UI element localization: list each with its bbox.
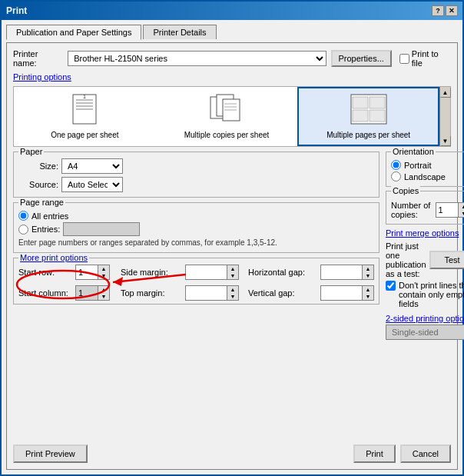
top-margin-spinner: 0.339cm ▲ ▼ [185, 285, 239, 301]
landscape-radio[interactable] [391, 171, 401, 181]
portrait-radio[interactable] [391, 160, 401, 170]
bottom-buttons-row: Print Preview Print Cancel [13, 441, 451, 463]
tab-printer-details[interactable]: Printer Details [143, 25, 216, 39]
size-row: Size: A4 [18, 158, 374, 174]
h-gap-down[interactable]: ▼ [363, 272, 373, 279]
start-row-up[interactable]: ▲ [98, 265, 109, 272]
num-copies-input[interactable] [436, 202, 459, 218]
h-gap-input[interactable]: 0.499cm [320, 265, 363, 280]
v-gap-label: Vertical gap: [248, 288, 317, 298]
portrait-label: Portrait [404, 161, 431, 170]
entries-row: Entries: [18, 222, 374, 236]
size-select[interactable]: A4 [61, 158, 123, 174]
title-bar-buttons: ? ✕ [432, 5, 458, 16]
multiple-copies-icon [207, 93, 246, 128]
one-page-icon: 1 [65, 93, 104, 128]
v-gap-down[interactable]: ▼ [363, 293, 373, 300]
print-icons-container: 1 One page per sheet Multiple copies per [13, 86, 451, 147]
top-margin-label: Top margin: [121, 288, 182, 298]
start-col-spinner: ▲ ▼ [75, 285, 110, 301]
v-gap-input[interactable]: 0.339cm [320, 285, 363, 301]
source-label: Source: [18, 180, 58, 189]
start-col-spinbtns: ▲ ▼ [98, 285, 110, 301]
svg-rect-16 [370, 110, 385, 121]
close-button[interactable]: ✕ [446, 5, 458, 16]
copies-label: Copies [391, 186, 420, 195]
start-row-down[interactable]: ▼ [98, 272, 109, 279]
printer-name-select[interactable]: Brother HL-2150N series [68, 51, 326, 66]
test-button[interactable]: Test [429, 251, 464, 269]
copies-up[interactable]: ▲ [459, 203, 464, 210]
scroll-up-arrow[interactable]: ▲ [440, 87, 451, 98]
two-sided-select[interactable]: Single-sided [386, 325, 464, 340]
all-entries-radio[interactable] [18, 211, 28, 221]
svg-rect-14 [370, 97, 385, 108]
two-sided-section: 2-sided printing options Single-sided [386, 314, 464, 340]
two-sided-label[interactable]: 2-sided printing options [386, 314, 464, 323]
portrait-row: Portrait [391, 160, 464, 170]
h-gap-spinbtns: ▲ ▼ [363, 265, 374, 280]
start-row-row: Start row: ▲ ▼ Side margin: 0.499cm [18, 265, 374, 280]
multiple-copies-option[interactable]: Multiple copies per sheet [156, 87, 298, 146]
side-margin-up[interactable]: ▲ [227, 265, 238, 272]
tab-content: Printer name: Brother HL-2150N series Pr… [6, 42, 458, 470]
paper-section: Paper Size: A4 Source: Auto Select [13, 151, 379, 198]
top-margin-up[interactable]: ▲ [227, 286, 238, 293]
icons-scrollbar[interactable]: ▲ ▼ [439, 87, 450, 146]
start-row-input[interactable] [75, 265, 98, 280]
print-to-file-checkbox[interactable] [399, 54, 409, 64]
v-gap-up[interactable]: ▲ [363, 286, 373, 293]
main-content: Paper Size: A4 Source: Auto Select [13, 151, 451, 437]
help-button[interactable]: ? [432, 5, 444, 16]
just-one-row: Print just one publication as a test: Te… [386, 241, 464, 278]
copies-row: Number of copies: ▲ ▼ [391, 201, 464, 219]
scroll-down-arrow[interactable]: ▼ [440, 135, 451, 146]
side-margin-input[interactable]: 0.499cm [185, 265, 227, 280]
multiple-pages-option[interactable]: Multiple pages per sheet [297, 87, 439, 146]
one-page-option[interactable]: 1 One page per sheet [14, 87, 156, 146]
print-merge-section: Print merge options Print just one publi… [386, 228, 464, 308]
just-one-label: Print just one publication as a test: [386, 241, 426, 278]
printing-options-label[interactable]: Printing options [13, 72, 71, 82]
page-range-section: Page range All entries Entries: Enter pa… [13, 202, 379, 253]
start-row-spinner: ▲ ▼ [75, 265, 110, 280]
more-print-label[interactable]: More print options [18, 253, 89, 262]
page-range-label: Page range [18, 198, 65, 207]
landscape-label: Landscape [404, 172, 446, 181]
h-gap-up[interactable]: ▲ [363, 265, 373, 272]
num-copies-spinbtns: ▲ ▼ [459, 202, 464, 218]
help-text: Enter page numbers or ranges separated b… [18, 238, 374, 248]
start-col-input[interactable] [75, 285, 98, 301]
printer-name-label: Printer name: [13, 49, 63, 68]
dont-print-checkbox[interactable] [386, 281, 396, 291]
top-margin-input[interactable]: 0.339cm [185, 285, 227, 301]
entries-radio[interactable] [18, 225, 28, 235]
entries-input[interactable] [63, 222, 140, 236]
multiple-pages-label: Multiple pages per sheet [326, 131, 410, 140]
v-gap-spinbtns: ▲ ▼ [363, 285, 374, 301]
side-margin-down[interactable]: ▼ [227, 272, 238, 279]
top-margin-down[interactable]: ▼ [227, 293, 238, 300]
cancel-button[interactable]: Cancel [400, 444, 451, 463]
tab-publication[interactable]: Publication and Paper Settings [6, 25, 141, 40]
print-merge-label[interactable]: Print merge options [386, 228, 464, 238]
printer-name-row: Printer name: Brother HL-2150N series Pr… [13, 49, 451, 68]
start-col-down[interactable]: ▼ [98, 293, 109, 300]
all-entries-row: All entries [18, 211, 374, 221]
num-copies-label: Number of copies: [391, 201, 433, 219]
properties-button[interactable]: Properties... [331, 50, 392, 67]
start-col-up[interactable]: ▲ [98, 286, 109, 293]
tab-bar: Publication and Paper Settings Printer D… [6, 25, 458, 39]
multiple-pages-icon [350, 93, 388, 128]
source-row: Source: Auto Select [18, 177, 374, 192]
print-dialog: Print ? ✕ Publication and Paper Settings… [0, 0, 464, 476]
source-select[interactable]: Auto Select [61, 177, 123, 192]
copies-down[interactable]: ▼ [459, 210, 464, 217]
entries-label: Entries: [31, 225, 60, 234]
start-row-label: Start row: [18, 268, 72, 277]
copies-section: Copies Number of copies: ▲ ▼ [386, 191, 464, 225]
more-print-section: More print options Start row: ▲ ▼ Side m… [13, 258, 379, 305]
h-gap-label: Horizontal gap: [248, 268, 317, 277]
print-button[interactable]: Print [353, 444, 396, 463]
print-preview-button[interactable]: Print Preview [13, 444, 88, 463]
